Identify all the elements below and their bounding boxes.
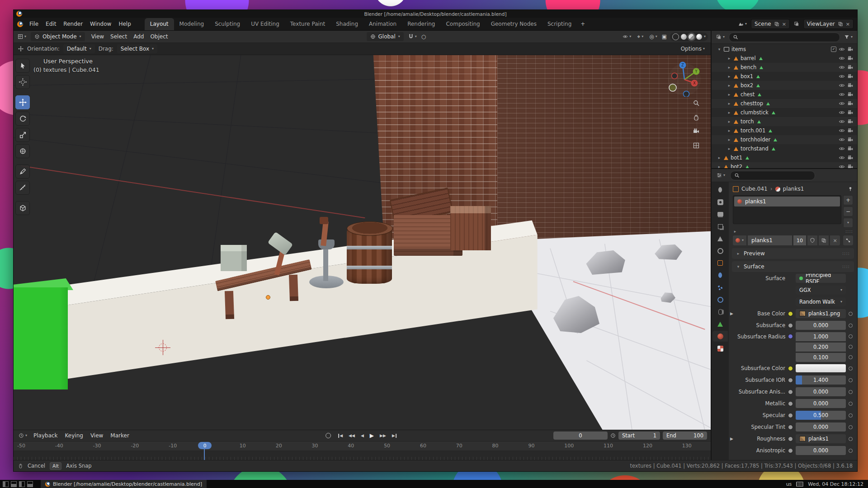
collapse-caret-icon[interactable]: ▾ bbox=[717, 47, 722, 52]
eye-icon[interactable] bbox=[839, 164, 845, 168]
workspace-tab[interactable]: Rendering bbox=[402, 18, 440, 30]
timeline-menu-item[interactable]: Playback bbox=[30, 431, 61, 440]
camera-icon[interactable] bbox=[847, 91, 854, 98]
eye-icon[interactable] bbox=[839, 145, 845, 152]
physics-properties-tab[interactable] bbox=[712, 294, 728, 305]
box-mesh[interactable] bbox=[450, 206, 491, 250]
camera-icon[interactable] bbox=[847, 82, 854, 89]
material-properties-tab[interactable] bbox=[712, 331, 728, 342]
object-data-properties-tab[interactable] bbox=[712, 319, 728, 329]
slot-specials-button[interactable]: ▾ bbox=[843, 218, 853, 228]
float-socket-icon[interactable] bbox=[788, 436, 793, 441]
camera-icon[interactable] bbox=[847, 155, 854, 161]
window-titlebar[interactable]: Blender [/home/amalie/Desktop/blender/ca… bbox=[14, 10, 857, 18]
render-properties-tab[interactable] bbox=[712, 197, 728, 207]
new-material-button[interactable] bbox=[819, 235, 829, 245]
expand-caret-icon[interactable]: ▸ bbox=[727, 83, 731, 88]
eye-icon[interactable] bbox=[839, 109, 845, 116]
material-users-button[interactable]: 10 bbox=[793, 235, 806, 245]
select-box-tool[interactable] bbox=[15, 59, 30, 73]
rotate-tool[interactable] bbox=[15, 112, 30, 126]
timeline-track[interactable] bbox=[14, 451, 711, 460]
distribution-dropdown[interactable]: GGX▾ bbox=[796, 286, 846, 295]
viewport-menu-item[interactable]: View bbox=[88, 32, 107, 41]
eye-icon[interactable] bbox=[839, 100, 845, 107]
topbar-menu-item[interactable]: File bbox=[26, 19, 42, 29]
torch-tip-mesh[interactable] bbox=[320, 217, 328, 224]
close-icon[interactable]: × bbox=[846, 22, 850, 27]
outliner-object-row[interactable]: ▸ chesttop bbox=[712, 99, 857, 108]
outliner-object-row[interactable]: ▸ chest bbox=[712, 90, 857, 99]
breadcrumb-material[interactable]: planks1 bbox=[783, 186, 804, 192]
navigation-gizmo[interactable]: Z Y X bbox=[666, 61, 703, 97]
eye-icon[interactable] bbox=[839, 73, 845, 80]
editor-type-button[interactable]: ▾ bbox=[16, 33, 28, 40]
camera-icon[interactable] bbox=[847, 55, 854, 61]
expand-caret-icon[interactable]: ▸ bbox=[727, 56, 731, 61]
remove-slot-button[interactable]: − bbox=[843, 206, 853, 216]
radius-x-field[interactable]: 1.000 bbox=[796, 332, 846, 341]
fake-user-button[interactable] bbox=[807, 235, 817, 245]
animate-dot[interactable] bbox=[849, 355, 853, 359]
topbar-menu-item[interactable]: Window bbox=[86, 19, 115, 29]
expand-caret-icon[interactable]: ▸ bbox=[717, 164, 722, 168]
play-reverse-button[interactable]: ◀ bbox=[359, 432, 366, 439]
preview-range-clock-icon[interactable] bbox=[610, 433, 616, 438]
specular-slider[interactable]: 0.500 bbox=[796, 411, 846, 420]
camera-icon[interactable] bbox=[847, 118, 854, 125]
workspace-pager-icon[interactable] bbox=[11, 481, 17, 487]
overlays-dropdown[interactable]: ◎▾ bbox=[648, 33, 659, 40]
timeline-menu-item[interactable]: View bbox=[87, 431, 106, 440]
animate-dot[interactable] bbox=[849, 334, 853, 338]
add-cube-tool[interactable] bbox=[15, 201, 30, 215]
constraint-properties-tab[interactable] bbox=[712, 306, 728, 317]
next-keyframe-button[interactable]: ▶▶ bbox=[377, 432, 388, 439]
viewport-menu-item[interactable]: Object bbox=[147, 32, 171, 41]
eye-icon[interactable] bbox=[839, 55, 845, 61]
specular-tint-slider[interactable]: 0.000 bbox=[796, 422, 846, 432]
current-frame-field[interactable]: 0 bbox=[553, 432, 608, 440]
subsurface-slider[interactable]: 0.000 bbox=[796, 321, 846, 330]
workspace-tab[interactable]: Compositing bbox=[440, 18, 485, 30]
animate-dot[interactable] bbox=[849, 437, 853, 441]
orientation-dropdown[interactable]: Default▾ bbox=[63, 44, 95, 53]
browse-viewlayer-button[interactable] bbox=[793, 20, 801, 28]
subsurface-color-swatch[interactable] bbox=[796, 364, 846, 372]
expand-caret-icon[interactable]: ▸ bbox=[727, 128, 731, 133]
workspace-tab[interactable]: Shading bbox=[330, 18, 363, 30]
eye-icon[interactable] bbox=[839, 136, 845, 143]
playhead-line[interactable] bbox=[204, 449, 205, 460]
stone-block-mesh[interactable] bbox=[221, 245, 247, 271]
color-socket-icon[interactable] bbox=[788, 311, 793, 316]
animate-dot[interactable] bbox=[849, 366, 853, 371]
metallic-slider[interactable]: 0.000 bbox=[796, 399, 846, 408]
bench-leg-mesh[interactable] bbox=[225, 291, 234, 319]
move-tool[interactable] bbox=[15, 95, 30, 109]
topbar-menu-item[interactable]: Edit bbox=[42, 19, 60, 29]
outliner-search-input[interactable] bbox=[729, 33, 840, 42]
torchstand-pole-mesh[interactable] bbox=[323, 249, 328, 281]
copy-icon[interactable] bbox=[774, 21, 779, 27]
float-socket-icon[interactable] bbox=[788, 448, 793, 453]
float-socket-icon[interactable] bbox=[788, 425, 793, 430]
material-slot-list[interactable]: planks1 bbox=[733, 195, 841, 224]
sss-method-dropdown[interactable]: Random Walk▾ bbox=[796, 297, 846, 306]
record-button[interactable] bbox=[326, 433, 331, 438]
animate-dot[interactable] bbox=[849, 402, 853, 406]
add-workspace-button[interactable]: + bbox=[577, 18, 589, 30]
scene-selector[interactable]: Scene × bbox=[751, 19, 790, 29]
expand-caret-icon[interactable]: ▸ bbox=[727, 119, 731, 124]
options-dropdown[interactable]: Options▾ bbox=[679, 45, 706, 53]
orthographic-toggle-button[interactable] bbox=[691, 140, 702, 151]
eye-icon[interactable] bbox=[839, 127, 845, 134]
viewport-menu-item[interactable]: Select bbox=[107, 32, 130, 41]
bench-leg-mesh[interactable] bbox=[289, 275, 298, 301]
unlink-material-button[interactable]: × bbox=[830, 235, 840, 245]
camera-icon[interactable] bbox=[847, 145, 854, 152]
expand-caret-icon[interactable]: ▸ bbox=[727, 110, 731, 115]
wireframe-shading-button[interactable] bbox=[672, 33, 679, 40]
solid-shading-button[interactable] bbox=[681, 34, 687, 40]
viewport-menu-item[interactable]: Add bbox=[130, 32, 147, 41]
animate-dot[interactable] bbox=[849, 378, 853, 382]
preview-section-header[interactable]: ▸ Preview ∷∷ bbox=[732, 248, 854, 259]
